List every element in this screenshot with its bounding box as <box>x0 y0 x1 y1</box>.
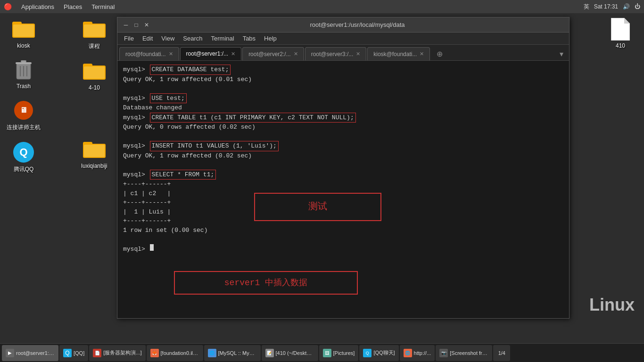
topbar-time: Sat 17:31 <box>594 3 618 10</box>
taskbar-pictures-icon: 🖼 <box>323 349 331 357</box>
output-2: Database changed <box>123 103 563 113</box>
desktop-icon-kiosk[interactable]: kiosk <box>5 18 42 49</box>
tab-add-btn[interactable]: ⊕ <box>433 47 446 60</box>
win-minimize-btn[interactable]: ─ <box>122 21 130 29</box>
tab-server2-label: root@server2:/... <box>248 51 291 58</box>
luxi-folder-icon <box>83 138 106 161</box>
cmd-text-3: CREATE TABLE t1 (c1 INT PRIMARY KEY, c2 … <box>150 113 356 123</box>
tab-foundation-label: root@foundati... <box>125 51 166 58</box>
tab-server2-close[interactable]: ✕ <box>294 51 298 57</box>
taskbar-item-terminal[interactable]: ▶ root@server1:/... <box>2 345 58 361</box>
tab-server3-label: root@server3:/... <box>311 51 354 58</box>
desktop-icon-kecheng[interactable]: 课程 <box>75 18 113 50</box>
topbar-lang: 英 <box>584 3 589 11</box>
svg-rect-4 <box>16 62 32 64</box>
taskbar-screenshot-icon: 📷 <box>439 349 448 357</box>
tab-kiosk-close[interactable]: ✕ <box>420 51 424 57</box>
cursor-block <box>150 244 154 251</box>
taskbar-terminal-icon: ▶ <box>6 349 14 357</box>
terminal-window: ─ □ ✕ root@server1:/usr/local/mysql/data… <box>117 17 570 319</box>
tab-server1-close[interactable]: ✕ <box>231 51 235 57</box>
taskbar-item-http[interactable]: 🌐 http://... <box>400 345 435 361</box>
svg-rect-5 <box>21 60 26 62</box>
cmd-line-cursor: mysql> <box>123 244 563 254</box>
taskbar-item-mysql[interactable]: 🌐 [MySQL :: MySL...] <box>204 345 261 361</box>
cmd-line-1: mysql> CREATE DATABASE test; <box>123 65 563 75</box>
taskbar-410-label: [410 (~/Deskto...)] <box>276 350 314 356</box>
taskbar-item-qq[interactable]: Q [QQ] <box>59 345 88 361</box>
410-label: 410 <box>616 42 625 49</box>
cmd-text-4: INSERT INTO t1 VALUES (1, 'Luis'); <box>150 141 279 151</box>
win-close-btn[interactable]: ✕ <box>143 21 150 29</box>
output-5f: 1 row in set (0.00 sec) <box>123 226 563 235</box>
taskbar-screenshot-label: [Screenshot fro...] <box>450 350 488 356</box>
svg-rect-2 <box>13 25 34 37</box>
desktop-icon-410[interactable]: 410 <box>602 18 639 49</box>
taskbar-qq-icon: Q <box>63 349 72 357</box>
taskbar-item-qq-chat[interactable]: Q [QQ聊天] <box>359 345 398 361</box>
prompt-5: mysql> <box>123 170 149 180</box>
taskbar-pager-label: 1/4 <box>498 350 505 356</box>
tmenu-help[interactable]: Help <box>260 34 281 43</box>
menubar-terminal[interactable]: Terminal <box>88 2 118 11</box>
prompt-1: mysql> <box>123 65 149 74</box>
cmd-line-5: mysql> SELECT * FROM t1; <box>123 170 563 180</box>
kecheng-label: 课程 <box>89 42 100 50</box>
taskbar-item-server-arch[interactable]: 📄 [服务器架构演...] <box>89 345 145 361</box>
desktop-icon-qq[interactable]: Q 腾讯QQ <box>5 141 42 173</box>
taskbar-mysql-icon: 🌐 <box>208 349 216 357</box>
tab-dropdown-btn[interactable]: ▾ <box>556 47 567 60</box>
taskbar-item-410[interactable]: 📝 [410 (~/Deskto...)] <box>262 345 318 361</box>
prompt-4: mysql> <box>123 141 149 151</box>
4-10-label: 4-10 <box>89 84 100 91</box>
tab-kiosk[interactable]: kiosk@foundati... ✕ <box>367 47 430 60</box>
desktop-icons-right: 410 <box>602 18 639 49</box>
tmenu-search[interactable]: Search <box>179 34 206 43</box>
tab-server2[interactable]: root@server2:/... ✕ <box>242 47 304 60</box>
desktop-icon-luxi[interactable]: luxiqianbiji <box>75 138 113 169</box>
prompt-cursor: mysql> <box>123 245 149 254</box>
desktop-icon-trash[interactable]: Trash <box>5 58 42 90</box>
tmenu-file[interactable]: File <box>120 34 138 43</box>
app-menu: 🔴 Applications Places Terminal <box>4 2 584 11</box>
test-box-label: 测试 <box>308 200 327 214</box>
taskbar-item-foundation[interactable]: 🦊 [foundation0.ilt...] <box>147 345 203 361</box>
output-1: Query OK, 1 row affected (0.01 sec) <box>123 75 563 84</box>
taskbar-item-pictures[interactable]: 🖼 [Pictures] <box>319 345 359 361</box>
tab-foundation-close[interactable]: ✕ <box>169 51 173 57</box>
cmd-line-3: mysql> CREATE TABLE t1 (c1 INT PRIMARY K… <box>123 113 563 123</box>
taskbar-qq-chat-label: [QQ聊天] <box>373 349 395 356</box>
tmenu-terminal[interactable]: Terminal <box>207 34 238 43</box>
taskbar-item-pager[interactable]: 1/4 <box>493 345 510 361</box>
terminal-content[interactable]: mysql> CREATE DATABASE test; Query OK, 1… <box>117 61 569 318</box>
terminal-tabs: root@foundati... ✕ root@server1:/... ✕ r… <box>117 45 569 61</box>
tmenu-tabs[interactable]: Tabs <box>239 34 259 43</box>
tmenu-view[interactable]: View <box>157 34 178 43</box>
taskbar-qq-label: [QQ] <box>74 350 84 356</box>
win-maximize-btn[interactable]: □ <box>132 21 140 29</box>
tab-kiosk-label: kiosk@foundati... <box>373 51 417 58</box>
desktop: kiosk Trash 🖥 <box>0 13 644 343</box>
410-file-icon <box>609 18 632 41</box>
taskbar-item-screenshot[interactable]: 📷 [Screenshot fro...] <box>436 345 492 361</box>
menubar-applications[interactable]: Applications <box>17 2 58 11</box>
taskbar: ▶ root@server1:/... Q [QQ] 📄 [服务器架构演...]… <box>0 343 644 362</box>
cmd-text-5: SELECT * FROM t1; <box>150 170 216 180</box>
tab-server3[interactable]: root@server3:/... ✕ <box>305 47 367 60</box>
taskbar-410-icon: 📝 <box>265 349 274 357</box>
taskbar-mysql-label: [MySQL :: MySL...] <box>218 350 257 356</box>
server1-banner-label: server1 中插入数据 <box>224 277 307 289</box>
cmd-line-2: mysql> USE test; <box>123 93 563 104</box>
linux-text: Linux <box>589 295 635 315</box>
desktop-icon-connect[interactable]: 🖥 连接讲师主机 <box>5 99 42 132</box>
tab-foundation[interactable]: root@foundati... ✕ <box>119 47 179 60</box>
volume-icon[interactable]: 🔊 <box>623 3 630 10</box>
power-icon[interactable]: ⏻ <box>635 3 640 10</box>
tab-server1[interactable]: root@server1:/... ✕ <box>180 47 242 60</box>
menubar-places[interactable]: Places <box>60 2 86 11</box>
tmenu-edit[interactable]: Edit <box>139 34 157 43</box>
qq-label: 腾讯QQ <box>14 165 34 173</box>
desktop-icon-4-10[interactable]: 4-10 <box>75 60 113 91</box>
tab-server3-close[interactable]: ✕ <box>356 51 360 57</box>
test-box: 测试 <box>254 193 381 221</box>
